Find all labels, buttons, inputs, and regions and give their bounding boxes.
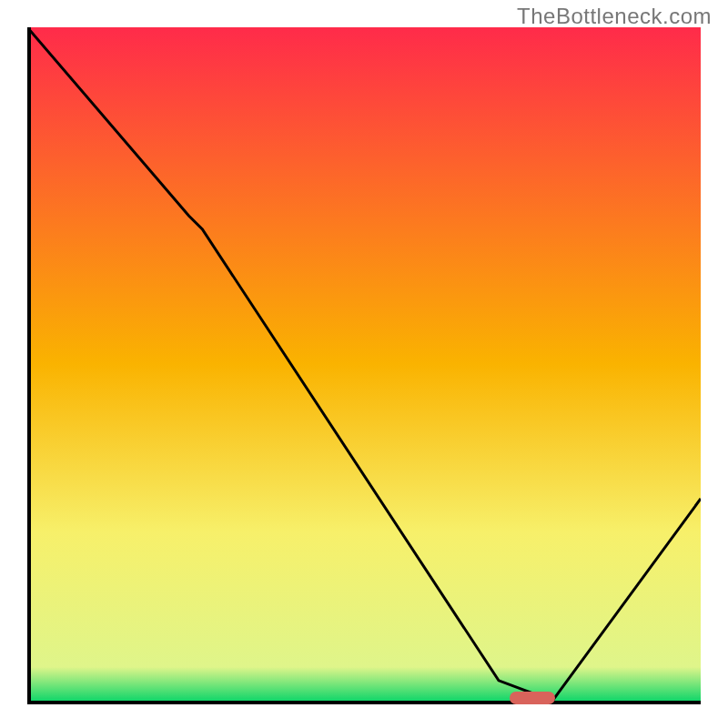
watermark-text: TheBottleneck.com [517, 4, 712, 29]
y-axis [27, 27, 31, 701]
optimal-marker [510, 692, 555, 704]
chart-svg [27, 27, 701, 701]
chart-container: TheBottleneck.com [0, 0, 728, 728]
gradient-background [27, 27, 701, 701]
x-axis [27, 701, 701, 704]
